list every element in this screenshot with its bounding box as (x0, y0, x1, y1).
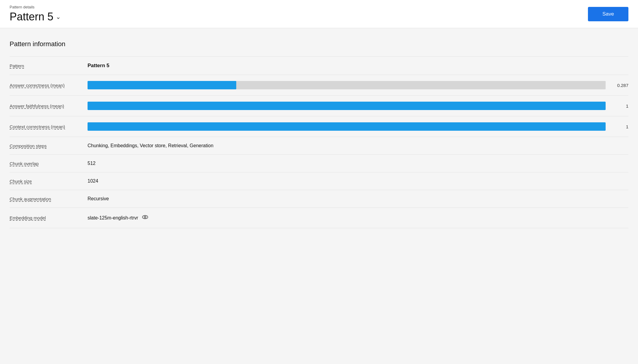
bar-value-context-correctness: 1 (610, 124, 628, 129)
bar-value-answer-correctness: 0.287 (610, 83, 628, 88)
table-row-pattern: PatternPattern 5 (10, 56, 628, 75)
table-row-embedding-model: Embedding modelslate-125m-english-rtrvr (10, 207, 628, 228)
save-button[interactable]: Save (588, 7, 628, 21)
svg-point-0 (142, 216, 148, 219)
label-chunk-augmentation: Chunk augmentation (10, 196, 88, 201)
bar-track-answer-faithfulness (88, 102, 606, 110)
value-embedding-model: slate-125m-english-rtrvr (88, 214, 628, 222)
table-row-context-correctness: Context correctness (mean)1 (10, 116, 628, 137)
chevron-down-icon[interactable]: ⌄ (56, 13, 61, 20)
bar-fill-context-correctness (88, 122, 606, 131)
bar-container-answer-faithfulness: 1 (88, 102, 628, 110)
value-composition-steps: Chunking, Embeddings, Vector store, Retr… (88, 143, 628, 148)
bar-container-context-correctness: 1 (88, 122, 628, 131)
bar-fill-answer-correctness (88, 81, 236, 89)
header-left: Pattern details Pattern 5 ⌄ (10, 5, 61, 23)
label-context-correctness: Context correctness (mean) (10, 124, 88, 129)
svg-point-1 (144, 216, 146, 218)
bar-fill-answer-faithfulness (88, 102, 606, 110)
table-row-composition-steps: Composition stepsChunking, Embeddings, V… (10, 137, 628, 154)
bar-value-answer-faithfulness: 1 (610, 103, 628, 109)
table-row-chunk-size: Chunk size1024 (10, 172, 628, 190)
rows-container: PatternPattern 5Answer correctness (mean… (10, 56, 628, 228)
embedding-model-text: slate-125m-english-rtrvr (88, 215, 138, 221)
pattern-title-row: Pattern 5 ⌄ (10, 10, 61, 23)
breadcrumb: Pattern details (10, 5, 61, 9)
eye-icon[interactable] (142, 214, 148, 222)
main-content: Pattern information PatternPattern 5Answ… (0, 28, 638, 240)
label-answer-correctness: Answer correctness (mean) (10, 83, 88, 88)
label-embedding-model: Embedding model (10, 215, 88, 220)
bar-container-answer-correctness: 0.287 (88, 81, 628, 89)
table-row-answer-correctness: Answer correctness (mean)0.287 (10, 75, 628, 95)
value-chunk-overlap: 512 (88, 161, 628, 166)
value-chunk-size: 1024 (88, 178, 628, 184)
label-chunk-overlap: Chunk overlap (10, 161, 88, 166)
label-composition-steps: Composition steps (10, 143, 88, 148)
label-chunk-size: Chunk size (10, 179, 88, 184)
label-pattern: Pattern (10, 63, 88, 68)
page-title: Pattern 5 (10, 10, 53, 23)
table-row-chunk-overlap: Chunk overlap512 (10, 154, 628, 172)
section-title: Pattern information (10, 40, 628, 48)
header: Pattern details Pattern 5 ⌄ Save (0, 0, 638, 28)
value-chunk-augmentation: Recursive (88, 196, 628, 201)
table-row-chunk-augmentation: Chunk augmentationRecursive (10, 190, 628, 207)
bar-track-answer-correctness (88, 81, 606, 89)
value-pattern: Pattern 5 (88, 63, 628, 69)
label-answer-faithfulness: Answer faithfulness (mean) (10, 103, 88, 109)
table-row-answer-faithfulness: Answer faithfulness (mean)1 (10, 95, 628, 116)
bar-track-context-correctness (88, 122, 606, 131)
